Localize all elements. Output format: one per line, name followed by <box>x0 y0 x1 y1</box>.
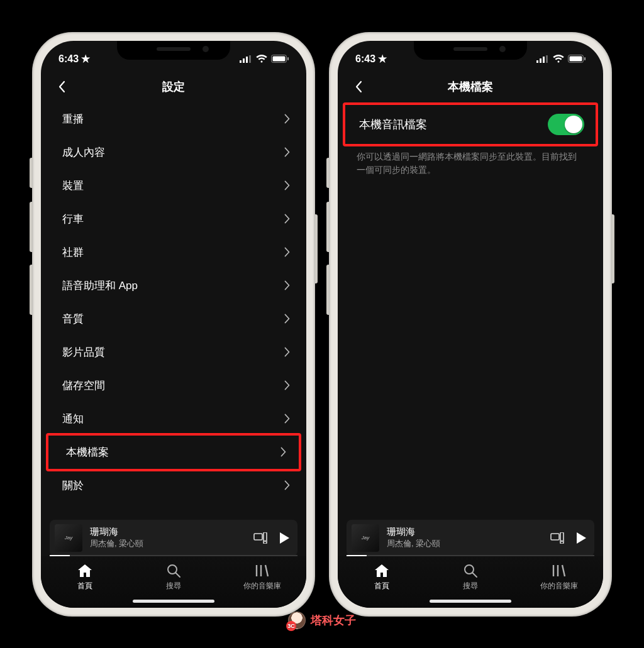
svg-rect-6 <box>287 57 289 60</box>
home-icon <box>77 563 93 578</box>
now-playing-text: 珊瑚海 周杰倫, 梁心頤 <box>90 526 246 549</box>
status-time: 6:43 ★ <box>58 53 90 65</box>
watermark-text: 塔科女子 <box>311 613 356 628</box>
now-playing-art: Jay <box>352 524 379 552</box>
now-playing-artist: 周杰倫, 梁心頤 <box>90 538 246 549</box>
now-playing-bar[interactable]: Jay 珊瑚海 周杰倫, 梁心頤 <box>50 520 297 556</box>
tab-search-label: 搜尋 <box>166 581 181 591</box>
tab-library[interactable]: 你的音樂庫 <box>218 556 306 599</box>
battery-icon <box>271 55 289 63</box>
devices-icon[interactable] <box>550 532 564 544</box>
svg-line-14 <box>265 565 268 576</box>
settings-row[interactable]: 音質 <box>45 302 303 336</box>
chevron-left-icon <box>58 80 65 93</box>
settings-row[interactable]: 影片品質 <box>45 336 303 369</box>
wifi-icon <box>553 55 564 63</box>
settings-row[interactable]: 儲存空間 <box>45 369 303 402</box>
svg-rect-3 <box>249 55 251 63</box>
svg-line-29 <box>562 565 565 576</box>
tab-search[interactable]: 搜尋 <box>426 556 515 599</box>
settings-row[interactable]: 成人內容 <box>45 136 303 169</box>
wifi-icon <box>256 55 267 63</box>
library-icon <box>255 563 270 578</box>
tab-bar: 首頁 搜尋 你的音樂庫 <box>338 556 603 608</box>
chevron-right-icon <box>284 214 290 224</box>
now-playing-artist: 周杰倫, 梁心頤 <box>387 538 543 549</box>
svg-line-26 <box>473 573 477 578</box>
settings-list[interactable]: 重播成人內容裝置行車社群語音助理和 App音質影片品質儲存空間通知本機檔案關於 <box>41 102 306 502</box>
play-icon[interactable] <box>575 532 587 544</box>
play-icon[interactable] <box>279 532 290 544</box>
library-icon <box>552 563 567 578</box>
status-right <box>536 55 586 63</box>
tab-home[interactable]: 首頁 <box>338 556 426 599</box>
home-icon <box>374 563 390 578</box>
settings-row-label: 成人內容 <box>62 145 105 160</box>
battery-icon <box>568 55 586 63</box>
settings-row-label: 通知 <box>62 412 84 426</box>
back-button[interactable] <box>52 77 71 96</box>
highlight-box: 本機音訊檔案 <box>343 102 598 146</box>
chevron-right-icon <box>284 147 290 157</box>
tab-library-label: 你的音樂庫 <box>540 581 578 591</box>
home-indicator <box>133 600 214 603</box>
settings-row-label: 儲存空間 <box>62 378 105 393</box>
search-icon <box>463 563 478 578</box>
status-right <box>240 55 289 63</box>
chevron-right-icon <box>284 314 290 324</box>
header-left: 設定 <box>41 71 306 102</box>
local-audio-row[interactable]: 本機音訊檔案 <box>345 105 596 144</box>
phone-frame-left: 6:43 ★ 設定 重播成人內容裝置行車社群語音助理和 App音質影片品質儲存空… <box>32 32 315 617</box>
watermark-avatar-icon: 3C <box>288 612 306 629</box>
settings-row[interactable]: 社群 <box>45 236 303 269</box>
settings-row-label: 裝置 <box>62 178 84 193</box>
settings-row[interactable]: 語音助理和 App <box>45 269 303 302</box>
chevron-right-icon <box>284 247 290 257</box>
local-audio-toggle[interactable] <box>548 114 584 135</box>
header-title: 設定 <box>162 79 185 94</box>
watermark: 3C 塔科女子 <box>288 612 356 629</box>
settings-row-label: 關於 <box>62 478 84 493</box>
settings-row[interactable]: 裝置 <box>45 169 303 202</box>
svg-point-24 <box>561 540 563 542</box>
now-playing-bar[interactable]: Jay 珊瑚海 周杰倫, 梁心頤 <box>347 520 594 556</box>
chevron-left-icon <box>355 80 362 93</box>
local-audio-description: 你可以透過同一網路將本機檔案同步至此裝置。目前找到一個可同步的裝置。 <box>341 144 599 184</box>
settings-row[interactable]: 關於 <box>45 469 303 502</box>
phone-frame-right: 6:43 ★ 本機檔案 本機音訊檔案 <box>329 32 612 617</box>
svg-rect-5 <box>273 57 286 62</box>
chevron-right-icon <box>284 180 290 190</box>
tab-search[interactable]: 搜尋 <box>130 556 218 599</box>
tab-home-label: 首頁 <box>77 581 92 591</box>
tab-home[interactable]: 首頁 <box>41 556 130 599</box>
screen-left: 6:43 ★ 設定 重播成人內容裝置行車社群語音助理和 App音質影片品質儲存空… <box>41 41 306 608</box>
chevron-right-icon <box>284 280 290 290</box>
screen-right: 6:43 ★ 本機檔案 本機音訊檔案 <box>338 41 603 608</box>
svg-line-11 <box>176 573 180 578</box>
signal-icon <box>536 55 549 63</box>
settings-row-label: 影片品質 <box>62 345 105 360</box>
chevron-right-icon <box>284 380 290 390</box>
back-button[interactable] <box>349 77 368 96</box>
settings-row[interactable]: 本機檔案 <box>48 436 299 469</box>
local-audio-label: 本機音訊檔案 <box>359 117 427 132</box>
now-playing-text: 珊瑚海 周杰倫, 梁心頤 <box>387 526 543 549</box>
home-indicator <box>430 600 511 603</box>
chevron-right-icon <box>284 480 290 490</box>
now-playing-art: Jay <box>55 524 82 552</box>
chevron-right-icon <box>284 414 290 424</box>
signal-icon <box>240 55 252 63</box>
settings-row[interactable]: 行車 <box>45 202 303 236</box>
devices-icon[interactable] <box>253 532 267 544</box>
svg-rect-21 <box>584 57 586 60</box>
notch <box>117 41 230 60</box>
svg-rect-20 <box>570 57 582 62</box>
settings-row[interactable]: 通知 <box>45 402 303 436</box>
header-title: 本機檔案 <box>448 79 493 94</box>
svg-rect-18 <box>546 55 548 63</box>
settings-row[interactable]: 重播 <box>45 102 303 136</box>
tab-library[interactable]: 你的音樂庫 <box>514 556 603 599</box>
svg-rect-7 <box>254 534 262 540</box>
tab-search-label: 搜尋 <box>463 581 478 591</box>
now-playing-title: 珊瑚海 <box>90 526 246 538</box>
